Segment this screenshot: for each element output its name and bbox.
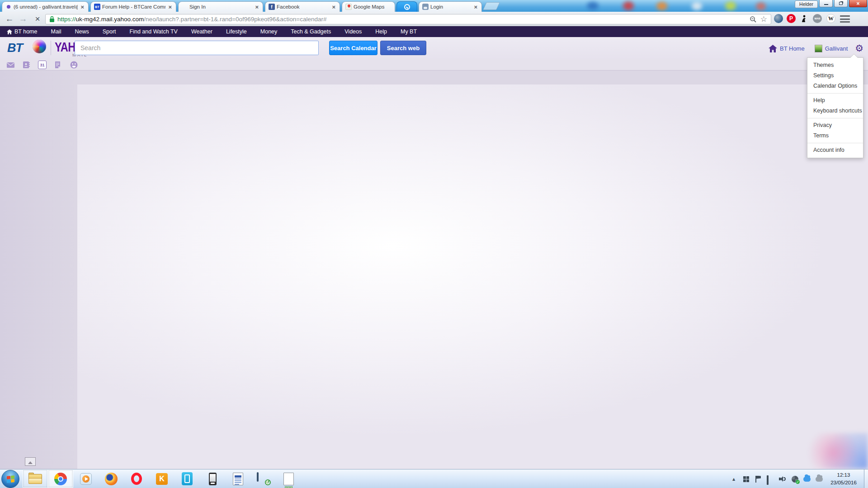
facebook-favicon: f (269, 4, 275, 10)
extension-wordweb-icon[interactable]: W (826, 14, 835, 23)
cloud-blue-icon[interactable] (803, 475, 811, 483)
browser-profile-button[interactable]: Helder (795, 0, 818, 8)
menu-item-themes[interactable]: Themes (807, 60, 863, 70)
nav-news[interactable]: News (68, 28, 95, 35)
forward-button[interactable]: → (17, 13, 29, 25)
mail-icon[interactable] (6, 61, 15, 69)
nav-help[interactable]: Help (368, 28, 394, 35)
taskbar-phone[interactable] (200, 469, 225, 488)
nav-sport[interactable]: Sport (96, 28, 123, 35)
taskbar-libreoffice-writer[interactable] (225, 469, 250, 488)
wallpaper-blob (656, 2, 667, 10)
menu-separator (807, 118, 863, 118)
tab-close-icon[interactable]: × (254, 4, 259, 10)
extension-silhouette-icon[interactable] (799, 14, 808, 23)
url-text: https://uk-mg42.mail.yahoo.com/neo/launc… (57, 16, 746, 23)
show-desktop-button[interactable] (864, 469, 868, 488)
start-button[interactable] (1, 470, 19, 488)
nav-mail[interactable]: Mail (44, 28, 68, 35)
action-center-flag-icon[interactable] (755, 475, 762, 483)
sync-circle-favicon (404, 4, 410, 10)
tab-title: (6 unread) - gallivant.travel@bt (14, 4, 78, 9)
taskbar-k-app[interactable]: K (149, 469, 175, 488)
home-icon (7, 29, 12, 34)
bt-nav-bar: BT home Mail News Sport Find and Watch T… (0, 26, 868, 37)
search-calendar-button[interactable]: Search Calendar (329, 41, 377, 55)
taskbar-kies[interactable] (175, 469, 200, 488)
user-avatar[interactable] (815, 45, 822, 52)
tab-pinned-active[interactable] (396, 1, 417, 12)
menu-item-terms[interactable]: Terms (807, 131, 863, 141)
stop-button[interactable]: × (32, 13, 43, 25)
address-bar[interactable]: https://uk-mg42.mail.yahoo.com/neo/launc… (45, 14, 771, 24)
menu-item-calendar-options[interactable]: Calendar Options (807, 81, 863, 91)
taskbar-remote-desktop[interactable]: ↺ (250, 469, 276, 488)
taskbar-chrome[interactable] (48, 469, 73, 488)
extension-pinterest-icon[interactable]: P (787, 14, 796, 23)
extension-wab-shield-icon[interactable]: WAB (813, 14, 822, 23)
messenger-smiley-icon[interactable] (70, 61, 78, 69)
menu-item-settings[interactable]: Settings (807, 70, 863, 81)
extension-globe-icon[interactable] (774, 14, 783, 23)
menu-item-keyboard-shortcuts[interactable]: Keyboard shortcuts (807, 106, 863, 116)
cloud-grey-icon[interactable] (816, 475, 823, 483)
tab-title: Sign In (189, 4, 252, 9)
search-input[interactable] (75, 41, 319, 55)
bt-home-link[interactable]: BT Home (780, 45, 805, 52)
wallpaper-blob (623, 1, 634, 10)
menu-item-help[interactable]: Help (807, 95, 863, 106)
nav-lifestyle[interactable]: Lifestyle (219, 28, 254, 35)
search-web-button[interactable]: Search web (380, 41, 426, 55)
system-tray: ▲ ✓ (730, 469, 823, 488)
taskbar-opera[interactable] (124, 469, 149, 488)
network-icon[interactable] (767, 475, 774, 483)
tab-close-icon[interactable]: × (331, 4, 336, 10)
windows-update-tray-icon[interactable] (742, 475, 750, 483)
logo-divider (51, 41, 51, 55)
tab-facebook[interactable]: f Facebook × (265, 1, 340, 12)
back-button[interactable]: ← (4, 13, 15, 25)
taskbar-libreoffice-calc[interactable] (276, 469, 301, 488)
taskbar-clock[interactable]: 12:13 23/05/2016 (826, 471, 862, 486)
taskbar-file-explorer[interactable] (23, 469, 48, 488)
minimize-button[interactable] (819, 0, 833, 7)
header-right-cluster: BT Home Gallivant ⚙ (769, 43, 863, 54)
user-name-link[interactable]: Gallivant (825, 45, 848, 52)
bookmark-star-icon[interactable]: ☆ (760, 14, 767, 24)
taskbar-firefox[interactable] (99, 469, 124, 488)
volume-icon[interactable] (779, 475, 786, 483)
nav-money[interactable]: Money (254, 28, 284, 35)
taskbar-windows-media-player[interactable] (73, 469, 99, 488)
tab-google-maps[interactable]: Google Maps (342, 1, 395, 12)
new-tab-button[interactable] (483, 2, 500, 10)
restore-button[interactable] (834, 0, 848, 7)
sync-status-icon[interactable]: ✓ (791, 475, 798, 483)
tab-bt-forum[interactable]: BT Forum Help - BTCare Communi × (90, 1, 176, 12)
nav-tech-gadgets[interactable]: Tech & Gadgets (284, 28, 338, 35)
tab-login[interactable]: Login × (419, 1, 482, 12)
yahoo-mail-favicon (5, 4, 12, 10)
tab-close-icon[interactable]: × (167, 4, 173, 10)
nav-videos[interactable]: Videos (338, 28, 368, 35)
tab-mail[interactable]: (6 unread) - gallivant.travel@bt × (2, 1, 89, 12)
nav-weather[interactable]: Weather (184, 28, 219, 35)
tab-close-icon[interactable]: × (473, 4, 478, 10)
tab-title: Forum Help - BTCare Communi (102, 4, 165, 9)
tab-close-icon[interactable]: × (80, 4, 85, 10)
notepad-icon[interactable] (53, 61, 62, 69)
bt-logo: BT (7, 41, 23, 55)
menu-item-account-info[interactable]: Account info (807, 145, 863, 155)
calendar-icon[interactable]: 31 (38, 61, 47, 69)
gear-icon[interactable]: ⚙ (855, 43, 863, 54)
nav-bt-home[interactable]: BT home (0, 28, 44, 35)
nav-my-bt[interactable]: My BT (394, 28, 424, 35)
nav-find-and-watch-tv[interactable]: Find and Watch TV (123, 28, 184, 35)
browser-menu-icon[interactable] (840, 15, 850, 23)
zoom-icon[interactable] (750, 16, 757, 23)
tab-title: Facebook (277, 4, 329, 9)
show-hidden-icons-chevron[interactable]: ▲ (730, 475, 737, 483)
tab-sign-in[interactable]: Sign In × (178, 1, 263, 12)
close-button[interactable]: × (849, 0, 867, 7)
menu-item-privacy[interactable]: Privacy (807, 120, 863, 131)
contacts-icon[interactable] (22, 61, 30, 69)
